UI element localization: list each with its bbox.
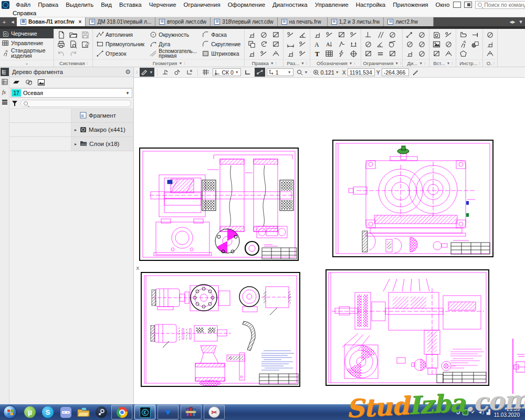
tool-preview-icon[interactable] xyxy=(68,39,79,49)
group-footer[interactable]: Ограничения▼⁞ xyxy=(361,59,402,67)
ribbon-mode-tab-0[interactable]: Черчение xyxy=(0,29,54,38)
tab-scroll-icons[interactable]: ◂▸ xyxy=(508,17,517,26)
snap-angle-icon[interactable] xyxy=(184,68,195,77)
tree-search-field[interactable] xyxy=(20,100,131,107)
taskbar-discord-icon[interactable] xyxy=(57,405,75,419)
tool-curve-edit-icon[interactable] xyxy=(270,39,281,49)
group-footer[interactable]: Ди...▼⁞ xyxy=(403,59,429,67)
menu-item-7[interactable]: Оформление xyxy=(224,1,269,8)
tool-shapes-icon[interactable] xyxy=(470,39,481,49)
tool-mark-ae-icon[interactable] xyxy=(324,30,335,39)
layer-flat-icon[interactable] xyxy=(13,80,20,85)
hamburger-menu-icon[interactable] xyxy=(1,98,9,106)
tray-volume-icon[interactable]: ◄) xyxy=(478,410,484,415)
document-tab[interactable]: лист2.frw xyxy=(384,17,434,26)
tool-spray-icon[interactable] xyxy=(458,39,469,49)
tab-close-icon[interactable]: × xyxy=(77,19,82,25)
tool-save-icon[interactable] xyxy=(80,30,91,39)
params-panel-icon[interactable] xyxy=(1,78,9,86)
drawing-sheet-gearbox-housing[interactable] xyxy=(332,140,494,257)
tool-polygon-icon[interactable] xyxy=(458,49,469,58)
grid-toggle-icon[interactable] xyxy=(201,68,211,77)
group-footer[interactable]: О.⁞ xyxy=(483,59,497,67)
zoom-tool-button[interactable]: ▼ xyxy=(295,68,310,77)
tool-segment[interactable]: Отрезок xyxy=(94,49,146,58)
group-footer[interactable]: Системная⁞ xyxy=(54,59,92,67)
tool-measure-point-icon[interactable] xyxy=(416,49,427,58)
command-search[interactable] xyxy=(475,1,525,9)
tool-dim-linear-icon[interactable] xyxy=(285,39,296,49)
tool-letter-al-icon[interactable]: А xyxy=(324,39,335,49)
filter-funnel-icon[interactable] xyxy=(12,100,18,107)
corner-mode-icon[interactable] xyxy=(243,68,253,77)
tool-autoline[interactable]: Автолиния xyxy=(94,30,146,39)
geometry-calculator-pen-icon[interactable] xyxy=(411,68,421,77)
tool-table-icon[interactable] xyxy=(324,49,335,58)
menu-help[interactable]: Справка xyxy=(0,10,40,16)
tool-construction-line[interactable]: Вспомогатель...прямая xyxy=(148,49,199,58)
menu-item-11[interactable]: Приложения xyxy=(389,1,432,8)
tool-measure-dist-icon[interactable] xyxy=(404,30,415,39)
menu-item-2[interactable]: Выделить xyxy=(62,1,97,8)
gear-icon[interactable]: ⚙ xyxy=(125,68,131,76)
tray-network-icon[interactable]: ▟ xyxy=(487,410,490,415)
tool-hatch[interactable]: Штриховка xyxy=(200,49,243,58)
taskbar-heart-button[interactable]: ♥ xyxy=(158,405,178,419)
image-icon[interactable] xyxy=(38,79,45,86)
tool-c-slash-icon[interactable] xyxy=(363,39,374,49)
tool-c-equal-icon[interactable] xyxy=(375,49,386,58)
tool-rotate-icon[interactable] xyxy=(258,39,269,49)
tool-insert-zone-icon[interactable] xyxy=(443,30,454,39)
menu-item-1[interactable]: Правка xyxy=(34,1,62,8)
tool-c-tangent-icon[interactable] xyxy=(387,39,398,49)
menu-item-9[interactable]: Управление xyxy=(311,1,352,8)
snap-settings-icon[interactable] xyxy=(172,68,183,77)
document-tab[interactable]: 1,2 и 3 листы.frw xyxy=(328,17,384,26)
tool-dim-chain-icon[interactable] xyxy=(285,49,296,58)
drawing-sheet-reducer-section[interactable] xyxy=(326,269,489,386)
tool-mark-datum-icon[interactable] xyxy=(336,30,347,39)
menu-item-0[interactable]: Файл xyxy=(12,1,34,8)
tool-undo-icon[interactable] xyxy=(56,49,67,58)
search-input[interactable] xyxy=(484,2,525,8)
menu-item-4[interactable]: Вставка xyxy=(116,1,145,8)
group-footer[interactable]: Вст...▼⁞ xyxy=(429,59,456,67)
tray-updates-icon[interactable] xyxy=(463,410,468,415)
tool-redo-icon[interactable] xyxy=(68,49,79,58)
tray-shield-icon[interactable]: ✔ xyxy=(471,410,475,415)
tree-row-0[interactable]: ⊞Фрагмент xyxy=(9,109,133,123)
tab-list-dropdown-icon[interactable]: ▾ xyxy=(517,17,525,26)
tool-print-icon[interactable] xyxy=(56,39,67,49)
drawing-sheet-partial[interactable] xyxy=(512,339,525,394)
tool-pin-icon[interactable] xyxy=(485,49,496,58)
tool-dim-radial-icon[interactable] xyxy=(297,39,308,49)
tool-contour-icon[interactable] xyxy=(458,30,469,39)
document-tab[interactable]: 318\первый лист.cdw xyxy=(211,17,277,26)
fx-variables-icon[interactable]: fx xyxy=(1,88,9,96)
tool-insert-callout-icon[interactable] xyxy=(443,49,454,58)
document-tab[interactable]: на печать.frw xyxy=(278,17,328,26)
tool-c-vertical-icon[interactable] xyxy=(363,30,374,39)
tool-round-small-icon[interactable] xyxy=(485,39,496,49)
group-footer[interactable]: Обозначения▼⁞ xyxy=(310,59,361,67)
tool-c-parallel-icon[interactable] xyxy=(375,30,386,39)
start-button[interactable] xyxy=(3,405,17,419)
document-tab[interactable]: второй лист.cdw xyxy=(155,17,211,26)
screen-toggle-icon[interactable] xyxy=(464,2,472,8)
tool-extend-icon[interactable] xyxy=(258,30,269,39)
group-footer[interactable]: Геометрия▼⁞ xyxy=(93,59,244,67)
y-coordinate-field[interactable]: -264.366 xyxy=(382,68,409,76)
menu-item-5[interactable]: Черчение xyxy=(145,1,180,8)
tool-rect-tool[interactable]: Прямоугольник xyxy=(94,39,146,49)
tray-utorrent-icon[interactable]: U xyxy=(456,410,460,415)
group-footer[interactable]: Раз...▼⁞ xyxy=(284,59,310,67)
document-tab[interactable]: ДМ 318.01\первый л... xyxy=(86,17,155,26)
taskbar-skype-icon[interactable]: S xyxy=(39,405,57,419)
tool-trim-icon[interactable] xyxy=(246,30,257,39)
tool-lightning-icon[interactable] xyxy=(336,49,347,58)
tool-arc-tool[interactable]: Дуга xyxy=(148,39,199,49)
document-tab[interactable]: Вован-Л1 итог.frw× xyxy=(17,17,86,26)
tool-move-icon[interactable] xyxy=(246,49,257,58)
tool-chamfer[interactable]: Фаска xyxy=(200,30,243,39)
style-pencil-button[interactable]: ▼ xyxy=(140,68,154,77)
